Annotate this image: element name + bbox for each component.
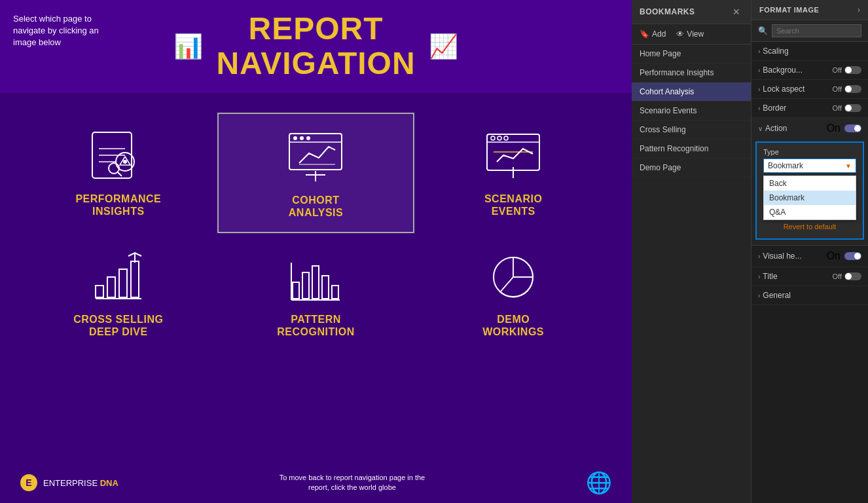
- svg-point-10: [293, 136, 297, 140]
- background-toggle-area[interactable]: Off: [833, 66, 861, 74]
- footer-note: To move back to report navigation page i…: [270, 473, 434, 493]
- nav-label-pattern: PATTERNRECOGNITION: [277, 313, 354, 338]
- format-arrow-icon: ›: [858, 5, 860, 14]
- svg-rect-34: [332, 286, 338, 299]
- right-panels: BOOKMARKS ✕ 🔖 Add 👁 View Home Page Perfo…: [632, 0, 868, 503]
- visual-header-toggle-switch[interactable]: [844, 252, 861, 260]
- format-section-background[interactable]: › Backgrou... Off: [751, 61, 868, 80]
- border-toggle-area[interactable]: Off: [833, 104, 861, 112]
- action-header[interactable]: ∨ Action On: [751, 118, 868, 139]
- bookmarks-add-button[interactable]: 🔖 Add: [640, 29, 666, 39]
- background-arrow-icon: ›: [758, 67, 760, 74]
- lock-aspect-label: Lock aspect: [763, 84, 805, 94]
- format-section-visual-header[interactable]: › Visual he... On: [751, 246, 868, 267]
- nav-icon-scenario: [477, 126, 549, 185]
- visual-header-arrow-icon: ›: [758, 253, 760, 260]
- search-icon: 🔍: [758, 26, 768, 35]
- action-arrow-icon: ∨: [758, 125, 763, 132]
- format-section-lock-aspect[interactable]: › Lock aspect Off: [751, 80, 868, 99]
- type-dropdown-value: Bookmark: [768, 161, 803, 170]
- format-section-border[interactable]: › Border Off: [751, 99, 868, 118]
- dropdown-option-qa[interactable]: Q&A: [764, 205, 856, 219]
- main-canvas: Select which page to navigate by clickin…: [0, 0, 632, 503]
- add-icon: 🔖: [640, 29, 649, 39]
- background-toggle-switch[interactable]: [844, 66, 861, 74]
- bookmark-scenario-events[interactable]: Scenario Events: [632, 102, 751, 121]
- nav-item-performance[interactable]: PERFORMANCEINSIGHTS: [20, 113, 217, 233]
- svg-rect-26: [119, 269, 127, 297]
- dropdown-option-back[interactable]: Back: [764, 176, 856, 191]
- border-left: › Border: [758, 103, 786, 113]
- svg-point-19: [497, 136, 501, 140]
- bookmark-home-page[interactable]: Home Page: [632, 45, 751, 64]
- lock-aspect-toggle-area[interactable]: Off: [833, 85, 861, 93]
- bookmark-demo-page[interactable]: Demo Page: [632, 158, 751, 177]
- lock-aspect-toggle-switch[interactable]: [844, 85, 861, 93]
- background-left: › Backgrou...: [758, 65, 803, 75]
- type-dropdown-arrow-icon: ▼: [845, 162, 852, 170]
- nav-item-cohort[interactable]: COHORTANALYSIS: [217, 113, 415, 233]
- dropdown-option-bookmark[interactable]: Bookmark: [764, 191, 856, 205]
- nav-label-cohort: COHORTANALYSIS: [289, 194, 343, 219]
- nav-label-performance: PERFORMANCEINSIGHTS: [75, 193, 161, 217]
- background-label: Backgrou...: [763, 65, 803, 75]
- visual-header-left: › Visual he...: [758, 252, 802, 261]
- action-label: Action: [765, 124, 787, 133]
- nav-icon-pattern: [280, 246, 352, 305]
- view-icon: 👁: [676, 29, 684, 39]
- title-left: › Title: [758, 272, 778, 281]
- svg-point-6: [109, 163, 119, 174]
- bookmark-cohort-analysis[interactable]: Cohort Analysis: [632, 83, 751, 102]
- add-label: Add: [652, 29, 666, 39]
- format-section-title[interactable]: › Title Off: [751, 267, 868, 286]
- border-label: Border: [763, 103, 786, 113]
- visual-header-toggle-area[interactable]: On: [827, 250, 861, 262]
- general-left: › General: [758, 291, 791, 300]
- bookmarks-view-button[interactable]: 👁 View: [676, 29, 704, 39]
- footer-brand-text: ENTERPRISE DNA: [43, 477, 118, 488]
- background-off-label: Off: [833, 66, 842, 74]
- svg-point-18: [491, 136, 495, 140]
- format-search-input[interactable]: [772, 24, 861, 37]
- svg-rect-32: [312, 266, 319, 299]
- action-toggle-switch[interactable]: [844, 124, 861, 132]
- nav-icon-cohort: [280, 127, 352, 186]
- svg-rect-25: [107, 277, 115, 297]
- general-arrow-icon: ›: [758, 292, 760, 299]
- svg-point-20: [504, 136, 508, 140]
- nav-item-demo[interactable]: DEMOWORKINGS: [414, 233, 612, 351]
- format-section-scaling[interactable]: › Scaling: [751, 42, 868, 61]
- title-off-label: Off: [833, 272, 842, 280]
- action-toggle-area[interactable]: On: [827, 122, 861, 134]
- nav-label-scenario: SCENARIOEVENTS: [484, 193, 542, 217]
- bookmarks-list: Home Page Performance Insights Cohort An…: [632, 45, 751, 503]
- action-left: ∨ Action: [758, 124, 787, 133]
- report-title-line1: REPORT: [216, 12, 415, 47]
- nav-label-demo: DEMOWORKINGS: [482, 313, 544, 338]
- nav-item-pattern[interactable]: PATTERNRECOGNITION: [217, 233, 415, 351]
- svg-line-40: [500, 277, 513, 292]
- title-toggle-switch[interactable]: [844, 272, 861, 280]
- view-label: View: [687, 29, 704, 39]
- title-label: Title: [763, 272, 777, 281]
- bookmarks-actions: 🔖 Add 👁 View: [632, 24, 751, 45]
- revert-to-default-link[interactable]: Revert to default: [763, 220, 856, 233]
- svg-line-7: [118, 172, 122, 176]
- type-dropdown[interactable]: Bookmark ▼: [763, 158, 856, 173]
- format-section-general[interactable]: › General: [751, 286, 868, 305]
- bookmark-pattern-recognition[interactable]: Pattern Recognition: [632, 140, 751, 158]
- header-instruction: Select which page to navigate by clickin…: [13, 13, 105, 49]
- bookmark-performance-insights[interactable]: Performance Insights: [632, 64, 751, 83]
- bookmark-cross-selling[interactable]: Cross Selling: [632, 121, 751, 140]
- nav-item-scenario[interactable]: SCENARIOEVENTS: [414, 113, 612, 233]
- bookmarks-close-button[interactable]: ✕: [730, 5, 743, 18]
- border-toggle-switch[interactable]: [844, 104, 861, 112]
- visual-header-label: Visual he...: [763, 252, 801, 261]
- scaling-left: › Scaling: [758, 47, 789, 56]
- nav-icon-cross-selling: [82, 246, 154, 305]
- nav-item-cross-selling[interactable]: CROSS SELLINGDEEP DIVE: [20, 233, 217, 351]
- format-title: FORMAT IMAGE: [759, 6, 819, 14]
- title-toggle-area[interactable]: Off: [833, 272, 861, 280]
- report-footer: E ENTERPRISE DNA To move back to report …: [0, 462, 632, 503]
- scaling-arrow-icon: ›: [758, 48, 760, 55]
